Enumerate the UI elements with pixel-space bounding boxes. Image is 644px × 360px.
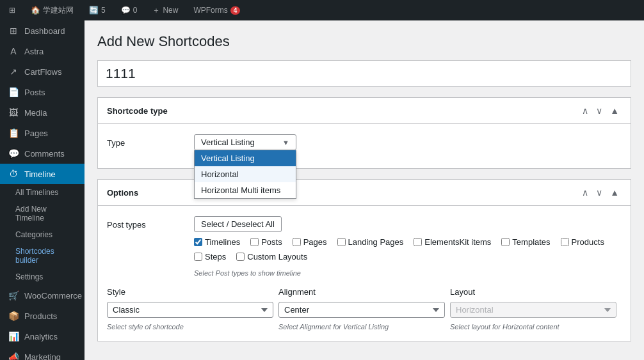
options-panel: Options ∧ ∨ ▲ Post types Select / Desele… — [97, 179, 631, 341]
style-select[interactable]: Classic Modern Minimal — [107, 302, 273, 318]
sidebar-item-label: Pages — [24, 129, 48, 138]
checkboxes-row-2: Steps Custom Layouts — [194, 252, 604, 262]
sidebar-item-products[interactable]: 📦 Products — [0, 306, 85, 326]
wpforms-badge: 4 — [230, 6, 241, 15]
updates-link[interactable]: 🔄 5 — [85, 0, 109, 20]
sidebar-item-analytics[interactable]: 📊 Analytics — [0, 326, 85, 347]
checkbox-landing-pages[interactable]: Landing Pages — [337, 237, 404, 247]
type-label: Type — [107, 134, 184, 148]
options-close-btn[interactable]: ▲ — [608, 186, 622, 199]
sidebar-item-label: Marketing — [24, 352, 61, 361]
media-icon: 🖼 — [8, 107, 19, 118]
sidebar-item-woocommerce[interactable]: 🛒 WooCommerce — [0, 285, 85, 306]
checkbox-templates-input[interactable] — [501, 238, 510, 246]
marketing-icon: 📣 — [8, 352, 19, 360]
checkbox-products-label: Products — [572, 237, 604, 247]
panel-expand-btn[interactable]: ∨ — [593, 104, 605, 117]
checkbox-posts-input[interactable] — [250, 238, 259, 246]
wp-icon: ⊞ — [9, 6, 15, 15]
wp-logo[interactable]: ⊞ — [5, 0, 19, 20]
options-expand-btn[interactable]: ∨ — [593, 186, 605, 199]
title-input-wrap — [97, 60, 631, 87]
timeline-icon: ⏱ — [8, 169, 19, 179]
sidebar-item-posts[interactable]: 📄 Posts — [0, 82, 85, 102]
dashboard-icon: ⊞ — [8, 26, 19, 36]
checkbox-landing-pages-input[interactable] — [337, 238, 346, 246]
site-name: 学建站网 — [43, 5, 74, 16]
sidebar-item-label: Posts — [24, 88, 45, 97]
checkbox-elementskit[interactable]: ElementsKit items — [414, 237, 491, 247]
checkbox-timelines-label: Timelines — [205, 237, 240, 247]
sidebar-sub-categories[interactable]: Categories — [0, 226, 85, 243]
type-dropdown-list: Vertical Listing Horizontal Horizontal M… — [194, 150, 296, 199]
layout-select[interactable]: Horizontal Vertical — [450, 302, 616, 318]
wpforms-label: WPForms — [193, 6, 227, 15]
sidebar-item-astra[interactable]: A Astra — [0, 41, 85, 61]
sidebar-sub-settings[interactable]: Settings — [0, 269, 85, 285]
checkbox-steps[interactable]: Steps — [194, 252, 226, 262]
checkbox-posts[interactable]: Posts — [250, 237, 282, 247]
checkbox-templates-label: Templates — [512, 237, 550, 247]
sidebar-item-dashboard[interactable]: ⊞ Dashboard — [0, 20, 85, 41]
checkbox-pages-input[interactable] — [293, 238, 301, 246]
sidebar: ⊞ Dashboard A Astra ↗ CartFlows 📄 Posts … — [0, 0, 85, 360]
plus-icon: ＋ — [152, 5, 160, 16]
astra-icon: A — [8, 46, 19, 56]
panel-header-shortcode-type: Shortcode type ∧ ∨ ▲ — [98, 98, 631, 124]
checkbox-templates[interactable]: Templates — [501, 237, 550, 247]
new-button[interactable]: ＋ New — [149, 0, 182, 20]
comments-link[interactable]: 💬 0 — [117, 0, 141, 20]
checkbox-timelines-input[interactable] — [194, 238, 202, 246]
title-input[interactable] — [97, 60, 631, 87]
sidebar-item-media[interactable]: 🖼 Media — [0, 102, 85, 123]
site-home-icon: 🏠 — [31, 6, 40, 15]
site-link[interactable]: 🏠 学建站网 — [27, 0, 77, 20]
checkbox-custom-layouts[interactable]: Custom Layouts — [236, 252, 307, 262]
analytics-icon: 📊 — [8, 331, 19, 341]
select-deselect-all-button[interactable]: Select / Deselect All — [194, 216, 282, 232]
panel-title-shortcode-type: Shortcode type — [107, 106, 168, 116]
comments-icon: 💬 — [8, 148, 19, 159]
sidebar-item-pages[interactable]: 📋 Pages — [0, 123, 85, 143]
sidebar-sub-shortcodes-builder[interactable]: Shortcodes builder — [0, 243, 85, 269]
comments-icon: 💬 — [121, 6, 131, 15]
dropdown-item-horizontal-multi[interactable]: Horizontal Multi items — [195, 182, 296, 198]
sidebar-sub-all-timelines[interactable]: All Timelines — [0, 184, 85, 201]
checkbox-timelines[interactable]: Timelines — [194, 237, 240, 247]
sidebar-item-cartflows[interactable]: ↗ CartFlows — [0, 61, 85, 82]
sidebar-item-comments[interactable]: 💬 Comments — [0, 143, 85, 164]
panel-collapse-btn[interactable]: ∧ — [579, 104, 591, 117]
sidebar-item-marketing[interactable]: 📣 Marketing — [0, 347, 85, 360]
sidebar-item-label: Comments — [24, 149, 65, 159]
sidebar-item-label: Dashboard — [24, 26, 65, 36]
dropdown-item-horizontal[interactable]: Horizontal — [195, 166, 296, 182]
layout-label: Layout — [450, 287, 616, 297]
checkbox-pages[interactable]: Pages — [293, 237, 327, 247]
checkbox-custom-layouts-input[interactable] — [236, 253, 245, 261]
sidebar-item-label: Products — [24, 311, 57, 321]
post-types-row: Post types Select / Deselect All Timelin… — [107, 216, 622, 277]
alignment-select[interactable]: Left Center Right — [278, 302, 445, 318]
sidebar-sub-add-new-timeline[interactable]: Add New Timeline — [0, 201, 85, 226]
alignment-label: Alignment — [278, 287, 445, 297]
checkbox-products[interactable]: Products — [561, 237, 604, 247]
updates-icon: 🔄 — [89, 6, 99, 15]
panel-body-shortcode-type: Type Vertical Listing ▼ Vertical Listing… — [98, 124, 631, 168]
alignment-group: Alignment Left Center Right Select Align… — [278, 287, 450, 331]
dropdown-item-vertical-listing[interactable]: Vertical Listing — [195, 150, 296, 166]
updates-count: 5 — [101, 6, 106, 15]
wpforms-link[interactable]: WPForms 4 — [189, 0, 244, 20]
sidebar-item-timeline[interactable]: ⏱ Timeline — [0, 164, 85, 184]
style-hint: Select style of shortcode — [107, 323, 273, 331]
panel-close-btn[interactable]: ▲ — [608, 104, 622, 117]
cartflows-icon: ↗ — [8, 67, 19, 77]
panel-title-options: Options — [107, 188, 138, 198]
checkbox-steps-input[interactable] — [194, 253, 202, 261]
admin-bar: ⊞ 🏠 学建站网 🔄 5 💬 0 ＋ New WPForms 4 — [0, 0, 644, 20]
checkbox-elementskit-input[interactable] — [414, 238, 422, 246]
sidebar-item-label: Astra — [24, 47, 44, 56]
options-collapse-btn[interactable]: ∧ — [579, 186, 591, 199]
type-select-button[interactable]: Vertical Listing ▼ — [194, 134, 296, 150]
checkbox-products-input[interactable] — [561, 238, 569, 246]
checkbox-steps-label: Steps — [205, 252, 226, 262]
